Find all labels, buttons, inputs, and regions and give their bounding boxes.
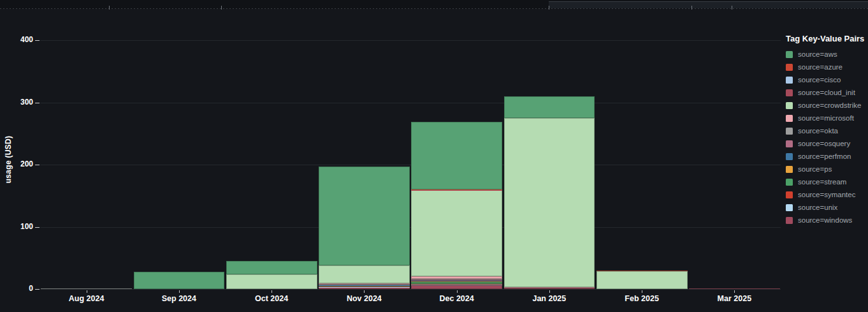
legend-label: source=osquery <box>798 140 850 147</box>
legend-swatch-crowdstrike <box>786 102 793 109</box>
bar-segment-azure[interactable] <box>597 271 688 271</box>
bar-segment-okta[interactable] <box>41 288 132 289</box>
legend-label: source=crowdstrike <box>798 101 861 109</box>
bar-segment-windows[interactable] <box>319 287 410 289</box>
bar-segment-osquery[interactable] <box>319 285 410 285</box>
legend-swatch-cloud_init <box>786 89 793 96</box>
x-axis-tick <box>734 290 735 293</box>
legend-item-aws[interactable]: source=aws <box>786 48 867 61</box>
bar-segment-aws[interactable] <box>411 122 502 189</box>
legend-label: source=microsoft <box>798 114 854 122</box>
bar-segment-perfmon[interactable] <box>319 285 410 286</box>
bar-segment-ps[interactable] <box>411 281 502 282</box>
legend-swatch-windows <box>786 217 793 224</box>
legend-item-symantec[interactable]: source=symantec <box>786 188 867 201</box>
bar-segment-crowdstrike[interactable] <box>597 271 688 289</box>
y-tick-label: 100 <box>8 222 33 231</box>
legend-item-cloud_init[interactable]: source=cloud_init <box>786 86 867 99</box>
legend-swatch-azure <box>786 64 793 71</box>
legend-label: source=azure <box>798 63 843 71</box>
legend-item-windows[interactable]: source=windows <box>786 214 867 227</box>
bar-segment-crowdstrike[interactable] <box>226 274 317 289</box>
bar-segment-aws[interactable] <box>134 272 225 289</box>
legend-item-okta[interactable]: source=okta <box>786 124 867 137</box>
bar-segment-aws[interactable] <box>226 261 317 274</box>
legend-item-unix[interactable]: source=unix <box>786 201 867 214</box>
legend-swatch-aws <box>786 51 793 58</box>
bar-segment-crowdstrike[interactable] <box>504 118 595 286</box>
bar-segment-windows[interactable] <box>504 288 595 289</box>
x-axis-tick <box>87 290 87 293</box>
legend-swatch-microsoft <box>786 115 793 122</box>
bar-segment-stream[interactable] <box>411 282 502 284</box>
x-tick-label: Jan 2025 <box>511 294 588 303</box>
legend-label: source=cisco <box>798 76 841 84</box>
gridline <box>40 289 781 290</box>
bar-segment-stream[interactable] <box>319 286 410 286</box>
bar-segment-cloud_init[interactable] <box>411 190 502 191</box>
x-axis-tick <box>364 290 365 293</box>
bar-segment-microsoft[interactable] <box>504 287 595 288</box>
bar-segment-unix[interactable] <box>319 287 410 288</box>
y-axis-tick <box>35 165 40 165</box>
bar-segment-okta[interactable] <box>411 279 502 279</box>
bar-segment-symantec[interactable] <box>411 284 502 285</box>
legend-label: source=stream <box>798 178 846 186</box>
bar-segment-crowdstrike[interactable] <box>319 265 410 283</box>
bar-segment-ps[interactable] <box>319 285 410 286</box>
gridline <box>40 40 781 41</box>
bar-segment-perfmon[interactable] <box>411 281 502 281</box>
legend-item-microsoft[interactable]: source=microsoft <box>786 112 867 124</box>
y-axis-tick <box>35 227 40 228</box>
bar-segment-unix[interactable] <box>411 285 502 285</box>
x-tick-label: Nov 2024 <box>326 294 402 303</box>
bar-segment-microsoft[interactable] <box>411 276 502 279</box>
legend-swatch-cisco <box>786 77 793 84</box>
legend-swatch-stream <box>786 179 793 186</box>
legend-item-azure[interactable]: source=azure <box>786 61 867 73</box>
legend-label: source=windows <box>798 216 852 224</box>
legend-swatch-unix <box>786 204 793 211</box>
y-axis-tick <box>35 289 40 290</box>
y-axis-tick <box>35 40 40 41</box>
legend-swatch-okta <box>786 128 793 135</box>
bar-segment-osquery[interactable] <box>411 279 502 280</box>
legend-label: source=okta <box>798 127 838 135</box>
legend-swatch-symantec <box>786 191 793 198</box>
legend-item-osquery[interactable]: source=osquery <box>786 137 867 150</box>
legend-item-stream[interactable]: source=stream <box>786 175 867 188</box>
x-axis-tick <box>457 290 458 293</box>
legend-item-perfmon[interactable]: source=perfmon <box>786 150 867 163</box>
gridline <box>40 165 781 165</box>
bar-segment-cisco[interactable] <box>411 189 502 190</box>
legend-swatch-osquery <box>786 140 793 147</box>
legend-label: source=unix <box>798 204 837 211</box>
bar-segment-symantec[interactable] <box>319 286 410 287</box>
x-axis-tick <box>549 290 550 293</box>
bar-segment-windows[interactable] <box>689 288 780 289</box>
legend-title: Tag Key-Value Pairs <box>786 34 867 43</box>
y-tick-label: 400 <box>8 35 33 44</box>
x-tick-label: Sep 2024 <box>141 294 217 303</box>
legend-label: source=ps <box>798 165 832 173</box>
x-tick-label: Mar 2025 <box>696 294 772 303</box>
legend-swatch-ps <box>786 166 793 173</box>
bar-segment-microsoft[interactable] <box>319 283 410 284</box>
bar-segment-crowdstrike[interactable] <box>411 190 502 276</box>
legend-item-ps[interactable]: source=ps <box>786 163 867 175</box>
x-axis-tick <box>642 290 642 293</box>
gridline <box>40 103 781 103</box>
legend: Tag Key-Value Pairs source=awssource=azu… <box>786 34 867 227</box>
bar-segment-aws[interactable] <box>504 96 595 118</box>
bar-segment-azure[interactable] <box>411 189 502 190</box>
gridline <box>40 227 781 228</box>
legend-label: source=symantec <box>798 191 855 198</box>
legend-item-crowdstrike[interactable]: source=crowdstrike <box>786 99 867 112</box>
bar-segment-okta[interactable] <box>319 284 410 285</box>
x-tick-label: Aug 2024 <box>48 294 125 303</box>
bar-segment-windows[interactable] <box>411 285 502 289</box>
y-tick-label: 0 <box>8 284 33 293</box>
bar-segment-aws[interactable] <box>319 167 410 265</box>
legend-swatch-perfmon <box>786 153 793 160</box>
legend-item-cisco[interactable]: source=cisco <box>786 73 867 86</box>
